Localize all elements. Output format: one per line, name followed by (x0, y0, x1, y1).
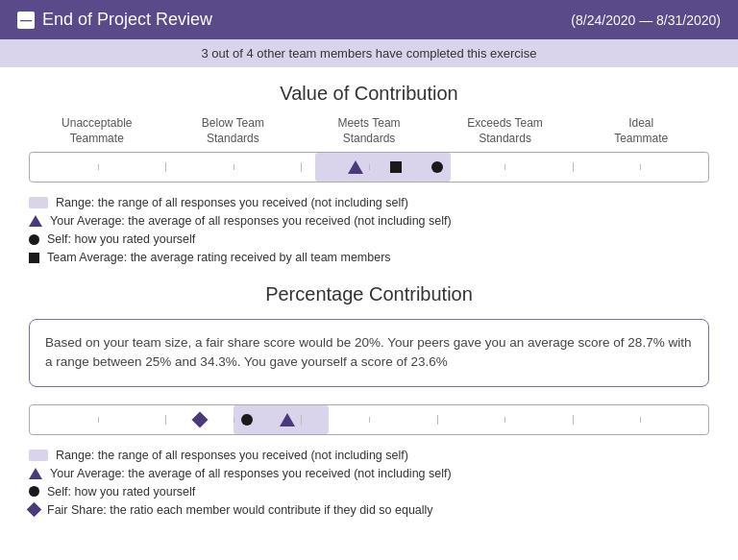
info-box: Based on your team size, a fair share sc… (29, 319, 709, 387)
pct-circle-marker (241, 414, 253, 426)
minus-icon (17, 12, 35, 29)
value-legend: Range: the range of all responses you re… (29, 196, 709, 264)
legend-item-range: Range: the range of all responses you re… (29, 196, 709, 209)
pct-triangle-marker (280, 413, 295, 426)
range-swatch (29, 197, 48, 208)
scale-label-ideal: Ideal Teammate (573, 116, 709, 146)
legend-item-circle: Self: how you rated yourself (29, 232, 709, 246)
pct-legend-circle-text: Self: how you rated yourself (47, 485, 195, 499)
header-title-group: End of Project Review (17, 10, 212, 30)
pct-circle-icon (29, 486, 39, 497)
main-content: Value of Contribution Unacceptable Teamm… (0, 67, 738, 555)
pct-slider-track (29, 404, 709, 435)
notice-text: 3 out of 4 other team members have compl… (201, 46, 536, 61)
value-triangle-marker (348, 160, 363, 174)
legend-circle-text: Self: how you rated yourself (47, 232, 195, 246)
legend-triangle-text: Your Average: the average of all respons… (50, 214, 452, 228)
page-title: End of Project Review (42, 10, 212, 30)
scale-label-meets-team: Meets Team Standards (301, 116, 437, 146)
value-section-title: Value of Contribution (29, 83, 709, 105)
legend-item-triangle: Your Average: the average of all respons… (29, 214, 709, 228)
pct-legend-item-range: Range: the range of all responses you re… (29, 449, 709, 462)
legend-item-square: Team Average: the average rating receive… (29, 251, 709, 264)
info-box-text: Based on your team size, a fair share sc… (45, 335, 691, 369)
scale-label-below-team: Below Team Standards (165, 116, 302, 146)
pct-diamond-marker (194, 414, 206, 426)
scale-label-exceeds-team: Exceeds Team Standards (437, 116, 574, 146)
pct-legend-item-circle: Self: how you rated yourself (29, 485, 709, 499)
value-slider-track (29, 152, 709, 183)
pct-triangle-icon (29, 468, 42, 479)
triangle-icon (29, 215, 42, 227)
pct-diamond-icon (27, 502, 42, 518)
value-scale-labels: Unacceptable Teammate Below Team Standar… (29, 116, 709, 146)
pct-legend-range-text: Range: the range of all responses you re… (56, 449, 408, 462)
pct-legend-triangle-text: Your Average: the average of all respons… (50, 467, 452, 480)
date-range: (8/24/2020 — 8/31/2020) (571, 12, 721, 28)
pct-legend-item-triangle: Your Average: the average of all respons… (29, 467, 709, 480)
value-circle-marker (431, 161, 443, 173)
pct-legend: Range: the range of all responses you re… (29, 449, 709, 517)
circle-icon (29, 234, 39, 245)
pct-legend-item-diamond: Fair Share: the ratio each member would … (29, 503, 709, 517)
scale-label-unacceptable: Unacceptable Teammate (29, 116, 165, 146)
pct-legend-diamond-text: Fair Share: the ratio each member would … (47, 503, 433, 517)
pct-section-title: Percentage Contribution (29, 283, 709, 305)
page-header: End of Project Review (8/24/2020 — 8/31/… (0, 0, 738, 39)
notice-bar: 3 out of 4 other team members have compl… (0, 39, 738, 67)
value-slider-wrapper (29, 152, 709, 183)
value-square-marker (390, 161, 402, 173)
pct-slider-wrapper (29, 404, 709, 435)
pct-range-swatch (29, 450, 48, 461)
square-icon (29, 253, 39, 263)
legend-square-text: Team Average: the average rating receive… (47, 251, 391, 264)
value-range (315, 153, 451, 182)
legend-range-text: Range: the range of all responses you re… (56, 196, 408, 209)
